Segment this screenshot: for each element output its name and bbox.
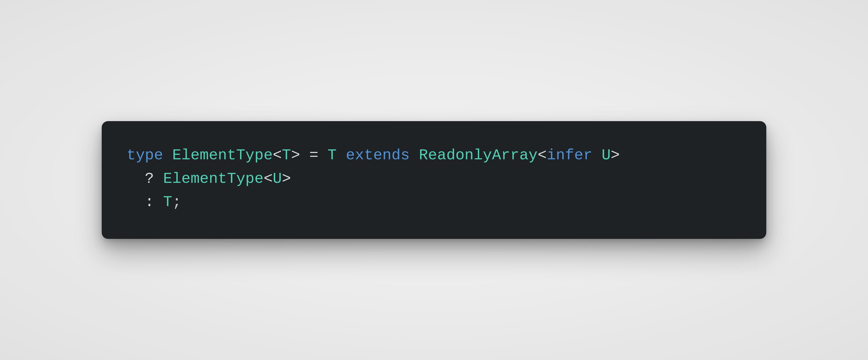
code-token: ElementType — [163, 170, 264, 187]
code-token: : — [145, 193, 154, 210]
code-token: T — [163, 193, 172, 210]
code-token: < — [273, 147, 282, 164]
code-token: T — [282, 147, 291, 164]
code-token — [163, 147, 172, 164]
code-token — [318, 147, 328, 164]
code-token: extends — [346, 147, 410, 164]
code-token: ; — [172, 193, 181, 210]
code-token — [592, 147, 601, 164]
code-token — [154, 193, 163, 210]
code-token: U — [273, 170, 282, 187]
code-token: < — [538, 147, 547, 164]
code-token: > — [282, 170, 291, 187]
code-snippet-card: type ElementType<T> = T extends Readonly… — [102, 121, 766, 239]
code-token: infer — [547, 147, 592, 164]
code-token: = — [309, 147, 318, 164]
code-token — [410, 147, 419, 164]
stage: type ElementType<T> = T extends Readonly… — [0, 0, 868, 360]
code-token: U — [601, 147, 611, 164]
code-token: type — [127, 147, 163, 164]
code-token: ReadonlyArray — [419, 147, 537, 164]
code-block: type ElementType<T> = T extends Readonly… — [127, 144, 741, 214]
code-token: < — [264, 170, 273, 187]
code-token: T — [328, 147, 337, 164]
code-token — [300, 147, 309, 164]
code-token: > — [611, 147, 620, 164]
code-token: ElementType — [172, 147, 273, 164]
code-token — [337, 147, 346, 164]
code-token — [154, 170, 163, 187]
code-token: ? — [145, 170, 154, 187]
code-token: > — [291, 147, 300, 164]
